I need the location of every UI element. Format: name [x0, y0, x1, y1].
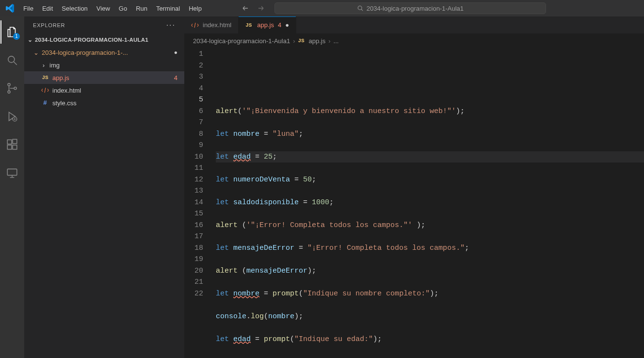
crumb-file[interactable]: app.js — [309, 37, 326, 45]
dirty-dot-icon: ● — [174, 49, 177, 56]
menu-file[interactable]: File — [19, 2, 37, 15]
js-file-icon: JS — [298, 38, 306, 44]
css-file-icon: # — [41, 99, 49, 107]
tab-index-html[interactable]: index.html — [184, 16, 239, 33]
section-label: 2034-LOGICA-PROGRAMACION-1-AULA1 — [35, 37, 148, 43]
tree-folder-img[interactable]: › img — [24, 59, 184, 71]
file-label: index.html — [52, 87, 81, 94]
search-placeholder: 2034-logica-programacion-1-Aula1 — [367, 5, 464, 12]
menu-bar: File Edit Selection View Go Run Terminal… — [19, 2, 206, 15]
problems-count: 4 — [174, 74, 177, 81]
tab-app-js[interactable]: JS app.js 4 ● — [239, 16, 296, 33]
activity-bar: 1 — [0, 16, 24, 358]
activity-explorer[interactable]: 1 — [0, 20, 24, 44]
js-file-icon: JS — [245, 22, 253, 28]
code-editor[interactable]: 12345678910111213141516171819202122 aler… — [184, 48, 644, 358]
sidebar-more-icon[interactable]: ··· — [166, 21, 176, 30]
activity-search[interactable] — [0, 49, 24, 72]
svg-rect-10 — [13, 145, 17, 149]
editor-tabs: index.html JS app.js 4 ● — [184, 16, 644, 34]
svg-rect-12 — [7, 169, 17, 175]
tab-problems-count: 4 — [278, 21, 281, 29]
chevron-down-icon: ⌄ — [33, 49, 39, 56]
tree-file-appjs[interactable]: JS app.js 4 — [24, 71, 184, 84]
crumb-tail: ... — [334, 37, 339, 45]
file-label: style.css — [52, 99, 77, 107]
menu-help[interactable]: Help — [185, 2, 206, 15]
activity-extensions[interactable] — [0, 133, 24, 156]
svg-point-0 — [358, 6, 362, 10]
tree-folder-root[interactable]: ⌄ 2034-logica-programacion-1-... ● — [24, 46, 184, 59]
html-file-icon — [41, 86, 49, 94]
crumb-root[interactable]: 2034-logica-programacion-1-Aula1 — [193, 37, 290, 45]
svg-rect-8 — [7, 140, 12, 144]
menu-terminal[interactable]: Terminal — [152, 2, 184, 15]
svg-point-2 — [8, 56, 15, 63]
activity-remote[interactable] — [0, 161, 24, 184]
folder-label: 2034-logica-programacion-1-... — [42, 49, 128, 56]
svg-point-4 — [8, 83, 10, 86]
tree-file-style[interactable]: # style.css — [24, 97, 184, 109]
svg-line-3 — [14, 62, 17, 65]
folder-label: img — [49, 62, 60, 69]
svg-rect-9 — [7, 145, 12, 149]
menu-view[interactable]: View — [93, 2, 114, 15]
html-file-icon — [191, 21, 199, 29]
code-content[interactable]: alert('"¡Bienvenida y bienvenido a nuest… — [211, 48, 644, 358]
activity-scm[interactable] — [0, 77, 24, 100]
js-file-icon: JS — [41, 75, 49, 81]
breadcrumb[interactable]: 2034-logica-programacion-1-Aula1 › JS ap… — [184, 34, 644, 48]
activity-run-debug[interactable] — [0, 105, 24, 128]
chevron-right-icon: › — [328, 37, 330, 45]
vscode-logo-icon — [6, 4, 15, 13]
menu-run[interactable]: Run — [132, 2, 151, 15]
search-icon — [357, 5, 364, 12]
chevron-right-icon: › — [41, 62, 47, 69]
svg-rect-11 — [13, 139, 17, 144]
file-label: app.js — [52, 74, 69, 81]
nav-forward-icon[interactable] — [257, 4, 265, 12]
chevron-down-icon: ⌄ — [27, 36, 33, 43]
line-number-gutter: 12345678910111213141516171819202122 — [184, 48, 211, 358]
svg-point-6 — [14, 87, 16, 90]
menu-edit[interactable]: Edit — [38, 2, 57, 15]
sidebar: EXPLORER ··· ⌄ 2034-LOGICA-PROGRAMACION-… — [24, 16, 184, 358]
menu-selection[interactable]: Selection — [58, 2, 91, 15]
menu-go[interactable]: Go — [115, 2, 131, 15]
sidebar-title: EXPLORER — [33, 22, 65, 28]
explorer-badge: 1 — [13, 33, 20, 40]
nav-back-icon[interactable] — [242, 4, 249, 12]
tab-label: index.html — [203, 21, 231, 29]
svg-point-5 — [8, 91, 10, 93]
chevron-right-icon: › — [293, 37, 295, 45]
tab-label: app.js — [257, 21, 274, 29]
dirty-dot-icon: ● — [285, 21, 289, 29]
command-center-search[interactable]: 2034-logica-programacion-1-Aula1 — [274, 2, 546, 14]
sidebar-section[interactable]: ⌄ 2034-LOGICA-PROGRAMACION-1-AULA1 — [24, 33, 184, 46]
tree-file-index[interactable]: index.html — [24, 84, 184, 97]
titlebar: File Edit Selection View Go Run Terminal… — [0, 0, 644, 16]
svg-line-1 — [361, 9, 363, 11]
editor-area: index.html JS app.js 4 ● 2034-logica-pro… — [184, 16, 644, 358]
